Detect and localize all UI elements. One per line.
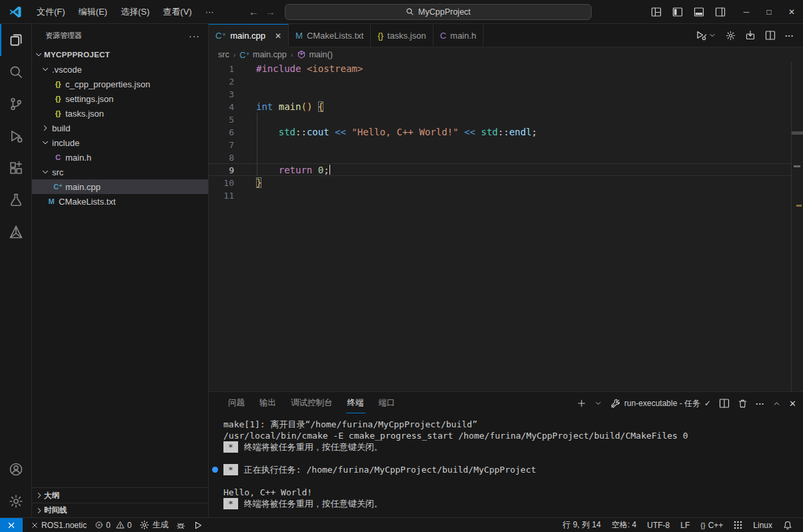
tree-item-main-cpp[interactable]: C⁺main.cpp <box>32 179 208 194</box>
activitybar-testing-icon[interactable] <box>0 184 31 216</box>
nav-back-icon[interactable]: ← <box>249 6 259 17</box>
tree-item-main-h[interactable]: Cmain.h <box>32 150 208 165</box>
close-panel-icon[interactable]: ✕ <box>789 399 796 409</box>
tree-item-include[interactable]: include <box>32 135 208 150</box>
tab-cmakelists-txt[interactable]: MCMakeLists.txt <box>289 24 371 47</box>
c-header-file-icon: C <box>52 153 64 161</box>
code-line-11: 11 <box>209 189 791 201</box>
minimize-button[interactable]: ─ <box>735 1 758 23</box>
editor-more-actions-button[interactable]: ··· <box>785 31 794 41</box>
tree-item-settings-json[interactable]: {}settings.json <box>32 91 208 106</box>
activitybar-search-icon[interactable] <box>0 56 31 88</box>
activitybar-run-debug-icon[interactable] <box>0 120 31 152</box>
menu-item-0[interactable]: 文件(F) <box>31 3 71 21</box>
sidebar-section-timeline[interactable]: 时间线 <box>32 503 208 517</box>
status-problems[interactable]: 00 <box>91 518 135 532</box>
terminal-task-item[interactable]: run-executable - 任务✓ <box>610 398 711 409</box>
layout-customize-icon[interactable] <box>647 3 666 21</box>
status-language-mode[interactable]: {}C++ <box>695 521 728 530</box>
breadcrumb-item-1[interactable]: C⁺main.cpp <box>239 50 286 60</box>
panel-more-actions-button[interactable]: ··· <box>756 399 764 409</box>
line-number: 1 <box>209 63 239 74</box>
panel-tab-输出[interactable]: 输出 <box>258 393 277 413</box>
code-editor[interactable]: 1#include <iostream>234int main() {56 st… <box>209 62 803 391</box>
tree-item--vscode[interactable]: .vscode <box>32 62 208 77</box>
sidebar-more-icon[interactable]: ··· <box>189 31 200 41</box>
nav-forward-icon[interactable]: → <box>265 6 275 17</box>
code-line-text: int main() { <box>239 101 323 112</box>
tab-main-cpp[interactable]: C⁺main.cpp✕ <box>209 24 289 47</box>
code-line-1: 1#include <iostream> <box>209 62 791 75</box>
split-terminal-button[interactable] <box>719 398 730 409</box>
status-cursor-position[interactable]: 行 9, 列 14 <box>558 519 606 531</box>
panel-tab-终端[interactable]: 终端 <box>346 393 365 413</box>
text-cursor <box>329 165 331 175</box>
maximize-panel-icon[interactable] <box>772 399 781 408</box>
warning-icon <box>116 521 125 529</box>
tab-main-h[interactable]: Cmain.h <box>434 24 484 47</box>
menu-item-2[interactable]: 选择(S) <box>115 3 155 21</box>
panel-tab-调试控制台[interactable]: 调试控制台 <box>289 393 334 413</box>
tree-item-tasks-json[interactable]: {}tasks.json <box>32 106 208 121</box>
panel-tab-问题[interactable]: 问题 <box>227 393 246 413</box>
tab-tasks-json[interactable]: {}tasks.json <box>371 24 434 47</box>
activitybar-cmake-icon[interactable] <box>0 216 31 248</box>
sidebar-right-icon[interactable] <box>711 3 730 21</box>
tree-item-label: src <box>52 167 63 177</box>
activitybar-account-icon[interactable] <box>0 453 31 485</box>
code-line-text: } <box>239 177 261 188</box>
new-terminal-button[interactable] <box>577 399 586 408</box>
chevron-down-icon <box>40 167 51 177</box>
close-window-button[interactable]: ✕ <box>780 1 803 23</box>
activitybar-settings-gear-icon[interactable] <box>0 485 31 517</box>
editor-tabs: C⁺main.cpp✕MCMakeLists.txt{}tasks.jsonCm… <box>209 24 803 47</box>
status-ros-status[interactable]: ROS1.noetic <box>27 518 91 532</box>
breadcrumb-label: main() <box>309 50 332 59</box>
status-ros-icon-status[interactable] <box>728 521 748 529</box>
tree-item-cmakelists-txt[interactable]: MCMakeLists.txt <box>32 194 208 209</box>
status-label: 空格: 4 <box>612 519 636 531</box>
menu-item-1[interactable]: 编辑(E) <box>73 3 113 21</box>
activitybar-source-control-icon[interactable] <box>0 88 31 120</box>
tree-item-src[interactable]: src <box>32 165 208 179</box>
breadcrumb-item-2[interactable]: main() <box>297 50 332 59</box>
activitybar-explorer-icon[interactable] <box>0 24 31 56</box>
symbol-method-icon <box>297 50 306 59</box>
tree-item-c-cpp-properties-json[interactable]: {}c_cpp_properties.json <box>32 77 208 91</box>
menu-item-3[interactable]: 查看(V) <box>157 3 197 21</box>
line-number: 6 <box>209 126 239 137</box>
tree-item-build[interactable]: build <box>32 121 208 135</box>
maximize-button[interactable]: □ <box>758 1 780 23</box>
terminal[interactable]: make[1]: 离开目录“/home/furina/MyCppProject/… <box>209 415 803 517</box>
tree-root-folder[interactable]: MYCPPPROJECT <box>32 47 208 62</box>
status-indentation[interactable]: 空格: 4 <box>606 519 642 531</box>
status-encoding[interactable]: UTF-8 <box>642 521 675 530</box>
code-line-text: return 0; <box>239 164 330 175</box>
chevron-right-icon <box>35 506 44 515</box>
status-notifications[interactable] <box>778 521 798 530</box>
activitybar-extensions-icon[interactable] <box>0 152 31 184</box>
editor-settings-button[interactable] <box>726 31 736 41</box>
status-eol[interactable]: LF <box>675 521 695 530</box>
breadcrumb-item-0[interactable]: src <box>218 50 229 59</box>
sidebar-section-outline[interactable]: 大纲 <box>32 488 208 503</box>
terminal-dropdown-icon[interactable] <box>594 399 602 407</box>
command-center-search[interactable]: MyCppProject <box>285 4 592 20</box>
tab-close-icon[interactable]: ✕ <box>275 31 281 41</box>
overview-ruler[interactable] <box>791 62 803 391</box>
tab-file-icon: {} <box>377 31 383 41</box>
status-os-indicator[interactable]: Linux <box>748 521 778 530</box>
build-button[interactable] <box>745 30 756 41</box>
panel-tab-端口[interactable]: 端口 <box>377 393 397 413</box>
menu-item-4[interactable]: ··· <box>199 4 220 19</box>
panel-bottom-icon[interactable] <box>690 3 708 21</box>
sidebar-left-icon[interactable] <box>668 3 687 21</box>
status-run-launch[interactable] <box>189 518 207 532</box>
kill-terminal-button[interactable] <box>738 399 748 409</box>
run-or-debug-button[interactable] <box>696 30 716 41</box>
remote-indicator[interactable] <box>0 518 23 532</box>
split-editor-button[interactable] <box>765 30 776 41</box>
status-cmake-build[interactable]: 生成 <box>135 518 172 532</box>
terminal-badge: * <box>223 441 238 453</box>
status-debug-launch[interactable] <box>172 518 189 532</box>
